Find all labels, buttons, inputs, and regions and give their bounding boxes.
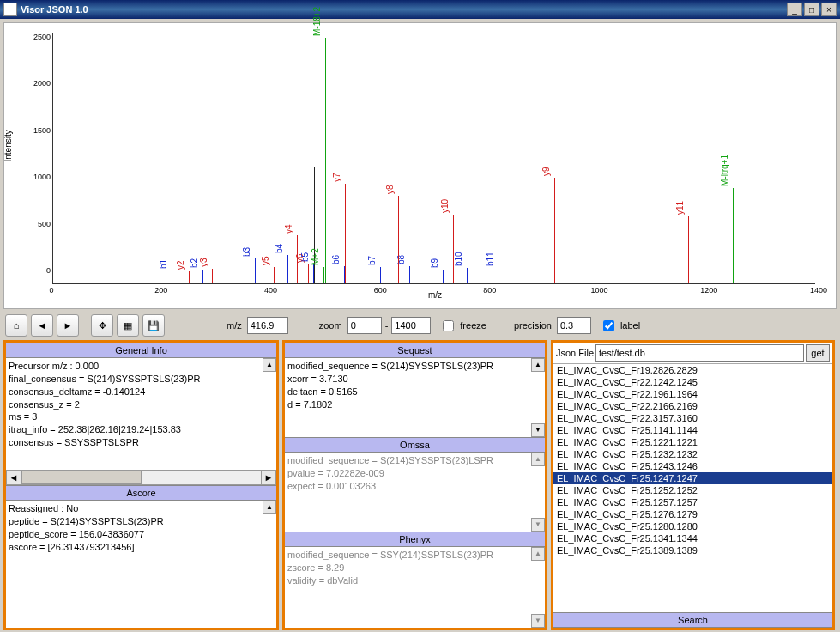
spectrum-peak	[314, 167, 315, 283]
general-info-body: Precursor m/z : 0.000final_consensus = S…	[6, 358, 276, 470]
pan-button[interactable]: ✥	[91, 314, 113, 337]
general-info-head: General Info	[6, 343, 276, 358]
file-list-item[interactable]: EL_IMAC_CvsC_Fr25.1243.1246	[553, 460, 832, 472]
plot-canvas[interactable]: b1y2b2y3b3y5b4y4y6b5M+2M-18+2b6y7b7b8b9y…	[52, 33, 815, 284]
right-column: Json File get EL_IMAC_CvsC_Fr19.2826.282…	[551, 340, 835, 630]
spectrum-peak: b4	[287, 255, 288, 283]
precision-input[interactable]	[557, 317, 591, 334]
y-axis: 05001000150020002500	[35, 32, 52, 284]
minimize-button[interactable]: _	[787, 3, 802, 16]
app-icon: ▦	[3, 3, 17, 16]
config-button[interactable]: ▦	[117, 314, 139, 337]
info-line: zscore = 8.29	[287, 562, 542, 574]
y-tick: 2500	[25, 33, 51, 41]
forward-button[interactable]: ►	[57, 314, 79, 337]
x-tick: 800	[483, 286, 496, 295]
omssa-body: modified_sequence = S(214)SYSSPTS(23)LSP…	[285, 453, 545, 532]
spectrum-peak: M-18+2	[325, 38, 326, 283]
left-column: General Info Precursor m/z : 0.000final_…	[3, 340, 279, 630]
x-tick: 400	[264, 286, 277, 295]
scroll-up-icon[interactable]: ▲	[263, 358, 276, 372]
scroll-up-icon[interactable]: ▲	[531, 358, 545, 372]
x-axis-label: m/z	[428, 290, 442, 300]
scroll-down-icon[interactable]: ▼	[531, 423, 545, 437]
info-line: ascore = [26.3143793213456]	[9, 541, 274, 554]
file-list-item[interactable]: EL_IMAC_CvsC_Fr25.1341.1344	[553, 532, 832, 544]
phenyx-head: Phenyx	[285, 532, 545, 547]
close-button[interactable]: ×	[821, 3, 837, 16]
file-list-item[interactable]: EL_IMAC_CvsC_Fr25.1257.1257	[553, 496, 832, 508]
spectrum-plot[interactable]: Intensity 05001000150020002500 b1y2b2y3b…	[3, 22, 837, 309]
y-tick: 1500	[25, 126, 51, 135]
scroll-up-icon[interactable]: ▲	[263, 501, 276, 514]
scroll-down-icon[interactable]: ▼	[531, 518, 545, 532]
info-line: itraq_info = 252.38|262.16|219.24|153.83	[9, 423, 274, 436]
spectrum-peak: y9	[554, 178, 555, 283]
info-line: pvalue = 7.02282e-009	[287, 467, 542, 480]
y-tick: 2000	[25, 79, 51, 88]
peak-label: y7	[332, 173, 341, 182]
file-list-item[interactable]: EL_IMAC_CvsC_Fr25.1247.1247	[553, 472, 832, 484]
back-button[interactable]: ◄	[31, 314, 53, 337]
file-list-item[interactable]: EL_IMAC_CvsC_Fr22.3157.3160	[553, 412, 832, 424]
info-line: peptide_score = 156.043836077	[9, 528, 274, 541]
window-titlebar: ▦ Visor JSON 1.0 _ □ ×	[0, 0, 840, 19]
arrow-left-icon: ◄	[38, 320, 47, 331]
label-checkbox[interactable]	[603, 320, 614, 331]
file-list-item[interactable]: EL_IMAC_CvsC_Fr25.1276.1279	[553, 508, 832, 520]
get-button[interactable]: get	[806, 344, 830, 362]
window-title: Visor JSON 1.0	[21, 4, 787, 15]
peak-label: M+2	[311, 248, 320, 265]
scroll-right-icon[interactable]: ►	[261, 470, 276, 485]
spectrum-peak: b9	[443, 270, 444, 283]
scrollbar-thumb[interactable]	[21, 471, 142, 484]
save-icon: 💾	[148, 320, 160, 331]
info-line: Reassigned : No	[9, 502, 274, 515]
scroll-up-icon[interactable]: ▲	[531, 547, 545, 561]
file-list-item[interactable]: EL_IMAC_CvsC_Fr25.1389.1389	[553, 544, 832, 556]
peak-label: y10	[440, 199, 450, 213]
scroll-down-icon[interactable]: ▼	[531, 614, 545, 628]
spectrum-peak: y10	[453, 215, 454, 283]
file-list-item[interactable]: EL_IMAC_CvsC_Fr22.1242.1245	[553, 376, 832, 388]
peak-label: b2	[190, 258, 199, 268]
scroll-left-icon[interactable]: ◄	[6, 470, 21, 485]
ascore-head: Ascore	[6, 485, 276, 501]
y-axis-label: Intensity	[3, 130, 13, 161]
save-button[interactable]: 💾	[142, 314, 165, 337]
move-icon: ✥	[99, 320, 106, 331]
file-list[interactable]: EL_IMAC_CvsC_Fr19.2826.2829EL_IMAC_CvsC_…	[553, 363, 832, 612]
x-tick: 1000	[591, 286, 608, 295]
freeze-checkbox[interactable]	[443, 320, 454, 331]
info-line: modified_sequence = S(214)SYSSPTSLS(23)P…	[287, 360, 542, 373]
search-head[interactable]: Search	[553, 612, 832, 628]
x-axis: m/z 0200400600800100012001400	[51, 286, 819, 300]
zoom-max-input[interactable]	[391, 317, 431, 334]
file-list-item[interactable]: EL_IMAC_CvsC_Fr25.1252.1252	[553, 484, 832, 496]
file-list-item[interactable]: EL_IMAC_CvsC_Fr22.2166.2169	[553, 400, 832, 412]
file-list-item[interactable]: EL_IMAC_CvsC_Fr19.2826.2829	[553, 364, 832, 376]
maximize-button[interactable]: □	[804, 3, 819, 16]
plot-toolbar: ⌂ ◄ ► ✥ ▦ 💾 m/z zoom - freeze precision …	[0, 313, 840, 338]
spectrum-peak: b1	[172, 270, 172, 283]
home-button[interactable]: ⌂	[5, 314, 27, 337]
peak-label: y4	[284, 224, 293, 234]
file-list-item[interactable]: EL_IMAC_CvsC_Fr25.1232.1232	[553, 448, 832, 460]
zoom-min-input[interactable]	[347, 317, 382, 334]
peak-label: b4	[275, 243, 284, 252]
json-file-input[interactable]	[595, 344, 804, 362]
scroll-up-icon[interactable]: ▲	[531, 453, 545, 466]
spectrum-peak: y11	[688, 216, 689, 283]
peak-label: y9	[541, 167, 551, 177]
sequest-body: modified_sequence = S(214)SYSSPTSLS(23)P…	[285, 358, 545, 437]
file-list-item[interactable]: EL_IMAC_CvsC_Fr25.1280.1280	[553, 520, 832, 532]
file-list-item[interactable]: EL_IMAC_CvsC_Fr25.1141.1144	[553, 424, 832, 436]
peak-label: b10	[454, 252, 463, 266]
general-hscroll[interactable]: ◄ ►	[6, 470, 276, 485]
file-list-item[interactable]: EL_IMAC_CvsC_Fr22.1961.1964	[553, 388, 832, 400]
file-list-item[interactable]: EL_IMAC_CvsC_Fr25.1221.1221	[553, 436, 832, 448]
mz-input[interactable]	[247, 317, 288, 334]
zoom-label: zoom	[312, 320, 344, 331]
peak-label: y2	[176, 260, 185, 270]
spectrum-peak: b5	[313, 264, 314, 283]
